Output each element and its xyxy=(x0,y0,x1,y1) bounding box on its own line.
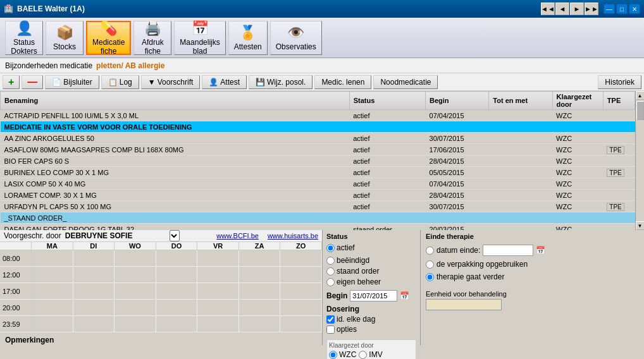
scroll-down[interactable]: ▼ xyxy=(636,221,645,230)
status-beeindigd[interactable]: beëindigd xyxy=(326,256,416,265)
attest-button[interactable]: 👤 Attest xyxy=(202,75,247,89)
einde-datum-row[interactable]: datum einde: 📅 xyxy=(426,245,639,256)
einde-therapie-panel: Einde therapie datum einde: 📅 de verpakk… xyxy=(421,230,644,345)
eenheid-input[interactable] xyxy=(426,299,502,310)
maximize-button[interactable]: □ xyxy=(616,4,628,14)
col-tpe: TPE xyxy=(603,92,635,110)
einde-therapie-radio[interactable] xyxy=(426,273,434,281)
day-za: ZA xyxy=(239,242,281,250)
table-row[interactable]: AA ZINC ARKOGELULES 50 actief 30/07/2015… xyxy=(1,133,635,144)
window-controls[interactable]: — □ ✕ xyxy=(604,4,640,14)
huisarts-link[interactable]: www.huisarts.be xyxy=(268,232,318,240)
wijz-posol-button[interactable]: 💾 Wijz. posol. xyxy=(249,75,313,89)
medication-table: Benaming Status Begin Tot en met Klaarge… xyxy=(0,91,635,230)
table-row[interactable]: ASAFLOW 80MG MAAGSAPRES COMP BLI 168X 80… xyxy=(1,144,635,155)
remove-button[interactable]: — xyxy=(22,75,43,89)
prescriber-dropdown[interactable] xyxy=(170,230,180,241)
toolbar-medicatie[interactable]: 💊 Medicatiefiche xyxy=(86,21,131,55)
einde-datum-radio[interactable] xyxy=(426,246,434,255)
table-row[interactable]: _STAAND ORDER_ xyxy=(1,212,635,224)
nav-first[interactable]: ◄◄ xyxy=(541,3,555,15)
status-beeindigd-radio[interactable] xyxy=(326,257,335,265)
bcfi-link[interactable]: www.BCFI.be xyxy=(216,232,259,240)
status-staand-radio[interactable] xyxy=(326,267,335,276)
table-row[interactable]: MEDICATIE IN VASTE VORM VOOR ORALE TOEDI… xyxy=(1,121,635,133)
dosering-title: Dosering xyxy=(326,305,416,313)
col-tot: Tot en met xyxy=(489,92,552,110)
einde-therapie-row[interactable]: therapie gaat verder xyxy=(426,272,639,281)
table-row[interactable]: DAFALGAN FORTE DROOG 1G TABL 32 staand o… xyxy=(1,224,635,231)
toolbar-stocks[interactable]: 📦 Stocks xyxy=(46,21,84,55)
opmerkingen-label: Opmerkingen xyxy=(0,332,322,347)
nav-buttons[interactable]: ◄◄ ◄ ► ►► xyxy=(541,3,598,15)
day-di: DI xyxy=(73,242,115,250)
day-do: DO xyxy=(156,242,198,250)
dosering-elke-dag[interactable]: id. elke dag xyxy=(326,315,416,324)
status-dosering-panel: Status actief beëindigd staand order eig… xyxy=(323,230,421,345)
dosering-section: Dosering id. elke dag opties xyxy=(326,305,416,335)
toolbar-afdruk[interactable]: 🖨️ Afdrukfiche xyxy=(133,21,171,55)
eenheid-label: Eenheid voor behandeling xyxy=(426,290,639,298)
prescriber-name: DEBRUYNE SOFIE xyxy=(65,231,133,240)
status-actief[interactable]: actief xyxy=(326,243,416,252)
scroll-up[interactable]: ▲ xyxy=(636,91,645,100)
einde-datum-calendar[interactable]: 📅 xyxy=(536,246,545,255)
toolbar-observaties[interactable]: 👁️ Observaties xyxy=(270,21,322,55)
table-row[interactable]: LORAMET COMP. 30 X 1 MG actief 28/04/201… xyxy=(1,190,635,201)
klaargezet-wzc-radio[interactable] xyxy=(329,351,337,359)
info-alert: pletten/ AB allergie xyxy=(96,61,164,70)
toolbar-maandelijks[interactable]: 📅 Maandelijksblad xyxy=(174,21,225,55)
scroll-thumb[interactable] xyxy=(636,101,644,120)
noodmedicatie-button[interactable]: Noodmedicatie xyxy=(373,75,438,89)
status-actief-radio[interactable] xyxy=(326,244,335,252)
nav-prev[interactable]: ◄ xyxy=(555,3,569,15)
dosering-opties[interactable]: opties xyxy=(326,325,416,334)
toolbar-status[interactable]: 👤 StatusDokters xyxy=(5,21,43,55)
medic-lenen-button[interactable]: Medic. lenen xyxy=(314,75,371,89)
historiek-button[interactable]: Historiek xyxy=(598,75,641,89)
table-row[interactable]: LASIX COMP 50 X 40 MG actief 07/04/2015 … xyxy=(1,178,635,190)
toolbar-attesten[interactable]: 🏅 Attesten xyxy=(228,21,268,55)
status-eigen[interactable]: eigen beheer xyxy=(326,277,416,286)
observaties-icon: 👁️ xyxy=(287,25,304,41)
sched-row-2359: 23:59 xyxy=(0,316,322,332)
app-icon: 🏥 xyxy=(4,4,13,13)
elke-dag-checkbox[interactable] xyxy=(326,315,335,324)
klaargezet-wzc[interactable]: WZC xyxy=(329,350,356,359)
klaargezet-imv[interactable]: IMV xyxy=(359,350,382,359)
klaargezet-imv-radio[interactable] xyxy=(359,351,367,359)
log-button[interactable]: 📋 Log xyxy=(101,75,139,89)
day-wo: WO xyxy=(115,242,156,250)
status-label: StatusDokters xyxy=(11,38,37,56)
nav-last[interactable]: ►► xyxy=(585,3,598,15)
bijsluiter-button[interactable]: 📄 Bijsluiter xyxy=(45,75,99,89)
status-staand[interactable]: staand order xyxy=(326,267,416,276)
attest-icon: 👤 xyxy=(209,78,218,87)
nav-next[interactable]: ► xyxy=(570,3,584,15)
observaties-label: Observaties xyxy=(276,42,316,51)
table-scrollbar[interactable]: ▲ ▼ xyxy=(635,91,644,230)
sched-row-1700: 17:00 xyxy=(0,283,322,300)
attesten-icon: 🏅 xyxy=(239,25,256,41)
minimize-button[interactable]: — xyxy=(604,4,615,14)
table-row[interactable]: ACTRAPID PENFILL 100 IU/ML 5 X 3,0 ML ac… xyxy=(1,110,635,121)
table-row[interactable]: BURINEX LEO COMP 30 X 1 MG actief 05/05/… xyxy=(1,167,635,178)
add-button[interactable]: + xyxy=(3,75,20,89)
begin-input[interactable] xyxy=(350,290,397,301)
title-bar: 🏥 BAELE Walter (1A) ◄◄ ◄ ► ►► — □ ✕ xyxy=(0,0,644,18)
table-row[interactable]: BIO FER CAPS 60 S actief 28/04/2015 WZC xyxy=(1,155,635,167)
table-row[interactable]: URFADYN PL CAPS 50 X 100 MG actief 30/07… xyxy=(1,201,635,212)
medicatie-icon: 💊 xyxy=(100,20,117,37)
close-button[interactable]: ✕ xyxy=(629,4,640,14)
einde-verpakking-radio[interactable] xyxy=(426,260,434,269)
einde-datum-input[interactable] xyxy=(483,245,533,256)
opties-checkbox[interactable] xyxy=(326,326,335,334)
calendar-icon[interactable]: 📅 xyxy=(400,291,409,300)
voorschrift-button[interactable]: ▼ Voorschrift xyxy=(141,75,201,89)
status-eigen-radio[interactable] xyxy=(326,278,335,286)
begin-row: Begin 📅 xyxy=(326,290,416,301)
wijz-icon: 💾 xyxy=(256,78,265,87)
col-klaargezet: Klaargezet door xyxy=(552,92,603,110)
toolbar: 👤 StatusDokters 📦 Stocks 💊 Medicatiefich… xyxy=(0,18,644,58)
einde-verpakking-row[interactable]: de verpakking opgebruiken xyxy=(426,260,639,269)
